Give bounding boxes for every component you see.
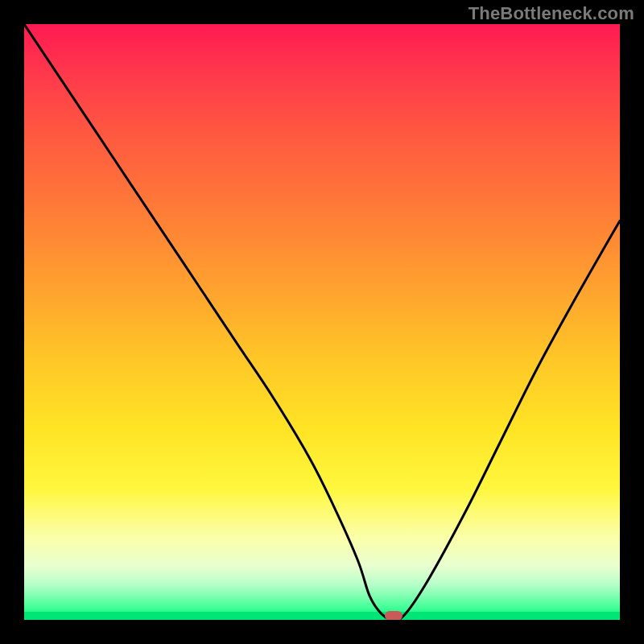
bottleneck-curve-path — [24, 24, 620, 620]
minimum-marker — [385, 611, 402, 620]
curve-svg — [24, 24, 620, 620]
chart-frame: TheBottleneck.com — [0, 0, 644, 644]
watermark-text: TheBottleneck.com — [469, 3, 634, 24]
plot-area — [24, 24, 620, 620]
